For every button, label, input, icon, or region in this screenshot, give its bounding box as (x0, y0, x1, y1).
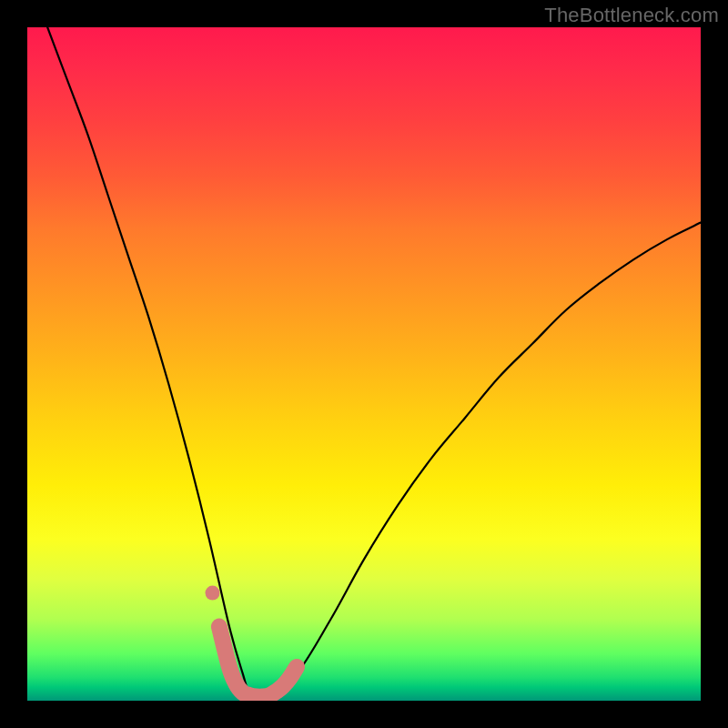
curve-layer (27, 27, 701, 701)
bottleneck-curve (47, 27, 701, 697)
plot-area (27, 27, 701, 701)
watermark-text: TheBottleneck.com (544, 4, 719, 27)
highlight-dot (206, 586, 220, 601)
highlight-valley (219, 627, 297, 697)
chart-frame: TheBottleneck.com (0, 0, 728, 728)
